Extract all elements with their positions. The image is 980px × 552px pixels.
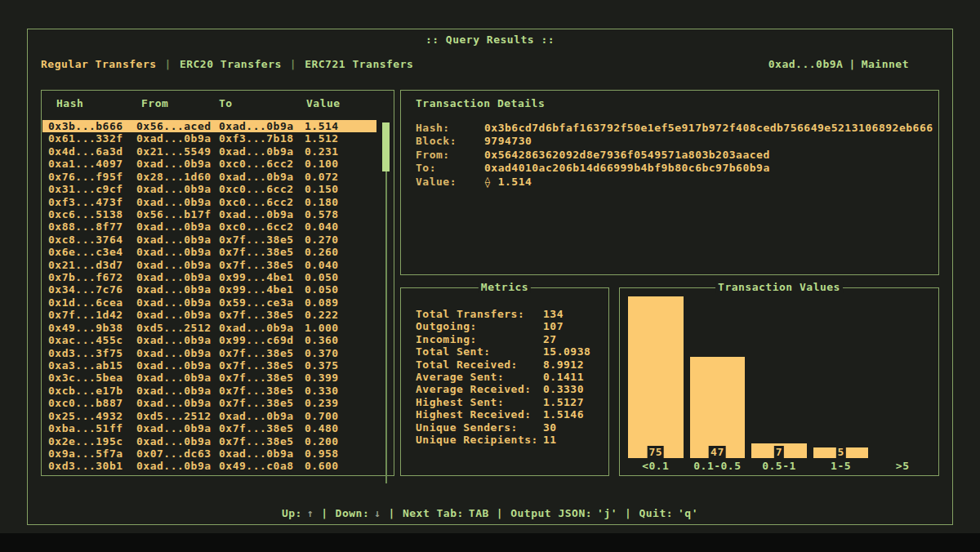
table-row[interactable]: 0x4d...6a3d0x21...55490xad...0b9a0.231 xyxy=(42,145,376,158)
metric-label: Average Sent: xyxy=(416,371,504,383)
tx-hash: 0x61...332f xyxy=(48,132,123,145)
table-row[interactable]: 0x76...f95f0x28...1d600xad...0b9a0.072 xyxy=(42,171,376,183)
app-title: :: Query Results :: xyxy=(27,33,953,46)
details-field-label: From: xyxy=(416,149,450,162)
details-field-value: 9794730 xyxy=(484,135,532,148)
table-row[interactable]: 0xa3...ab150xad...0b9a0x7f...38e50.375 xyxy=(42,359,376,372)
tx-from: 0xad...0b9a xyxy=(136,359,212,372)
tx-hash: 0xd3...3f75 xyxy=(48,347,123,359)
tx-from: 0xad...0b9a xyxy=(136,271,212,283)
table-row[interactable]: 0x88...8f770xad...0b9a0xc0...6cc20.040 xyxy=(42,220,376,233)
table-row[interactable]: 0x25...49320xd5...25120xad...0b9a0.700 xyxy=(42,410,376,422)
table-row[interactable]: 0x21...d3d70xad...0b9a0x7f...38e50.040 xyxy=(42,259,376,271)
table-row[interactable]: 0x6e...c3e40xad...0b9a0x7f...38e50.260 xyxy=(42,246,376,258)
help-key: ↑ xyxy=(307,507,314,519)
tx-to: 0x59...ce3a xyxy=(219,296,294,309)
table-row[interactable]: 0x7b...f6720xad...0b9a0x99...4be10.050 xyxy=(42,271,376,283)
table-row[interactable]: 0xcb...e17b0xad...0b9a0x7f...38e50.330 xyxy=(42,385,376,397)
tab-erc721-transfers[interactable]: ERC721 Transfers xyxy=(305,58,413,70)
scrollbar-track[interactable] xyxy=(385,122,387,483)
table-row[interactable]: 0x3b...b6660x56...aced0xad...0b9a1.514 xyxy=(42,120,376,132)
tx-from: 0xad...0b9a xyxy=(136,234,212,246)
chart-bar-column: 7 xyxy=(751,296,807,458)
table-row[interactable]: 0xa1...40970xad...0b9a0xc0...6cc20.100 xyxy=(42,158,376,170)
tx-hash: 0x88...8f77 xyxy=(48,220,123,233)
tx-hash: 0x7f...1d42 xyxy=(48,309,123,321)
chart-bar: 5 xyxy=(813,447,869,458)
metric-row: Unique Recipients:11 xyxy=(401,434,608,446)
chart-bar: 7 xyxy=(751,443,807,458)
tx-value: 0.375 xyxy=(305,359,339,372)
tx-value: 0.072 xyxy=(305,171,339,183)
tx-value: 0.089 xyxy=(305,296,339,309)
tx-to: 0xc0...6cc2 xyxy=(219,220,294,233)
chart-category-label: >5 xyxy=(875,460,930,472)
table-row[interactable]: 0x2e...195c0xad...0b9a0x7f...38e50.200 xyxy=(42,435,376,447)
tx-hash: 0xba...51ff xyxy=(48,422,123,434)
tx-hash: 0x1d...6cea xyxy=(48,296,123,309)
tx-from: 0x56...aced xyxy=(136,120,212,132)
tx-to: 0x7f...38e5 xyxy=(219,246,294,258)
metric-label: Highest Sent: xyxy=(416,396,504,408)
tx-to: 0xad...0b9a xyxy=(219,120,294,132)
tx-from: 0xad...0b9a xyxy=(136,334,212,346)
tx-from: 0x21...5549 xyxy=(136,145,212,158)
table-row[interactable]: 0x49...9b380xd5...25120xad...0b9a1.000 xyxy=(42,322,376,334)
table-row[interactable]: 0xd3...30b10xad...0b9a0x49...c0a80.600 xyxy=(42,460,376,472)
table-row[interactable]: 0x61...332f0xad...0b9a0xf3...7b181.512 xyxy=(42,132,376,145)
screen-bottom-strip xyxy=(0,533,980,552)
table-row[interactable]: 0x31...c9cf0xad...0b9a0xc0...6cc20.150 xyxy=(42,183,376,195)
metric-value: 107 xyxy=(543,320,564,332)
metric-label: Total Received: xyxy=(416,358,518,371)
table-row[interactable]: 0xac...455c0xad...0b9a0x99...c69d0.360 xyxy=(42,334,376,346)
tx-hash: 0xc0...b887 xyxy=(48,397,123,409)
table-row[interactable]: 0xc6...51380x56...b17f0xad...0b9a0.578 xyxy=(42,208,376,220)
tx-value: 0.040 xyxy=(305,259,339,271)
tx-hash: 0x49...9b38 xyxy=(48,322,123,334)
chart-bar-value: 5 xyxy=(835,446,845,458)
tx-value: 0.239 xyxy=(305,397,339,409)
tx-value: 0.330 xyxy=(305,385,339,397)
tx-from: 0xad...0b9a xyxy=(136,460,212,472)
tx-from: 0xad...0b9a xyxy=(136,347,212,359)
chart-bar-value: 7 xyxy=(774,446,784,458)
tx-hash: 0x31...c9cf xyxy=(48,183,123,195)
tx-value: 0.040 xyxy=(305,220,339,233)
details-field: Block:9794730 xyxy=(401,135,938,148)
metrics-panel: Metrics Total Transfers:134Outgoing:107I… xyxy=(400,287,609,476)
tab-erc20-transfers[interactable]: ERC20 Transfers xyxy=(180,58,282,70)
tx-value: 0.050 xyxy=(305,283,339,296)
transaction-values-chart: Transaction Values 754775 <0.10.1-0.50.5… xyxy=(619,287,939,476)
tx-hash: 0x9a...5f7a xyxy=(48,447,123,460)
chart-category-label: <0.1 xyxy=(628,460,684,472)
tx-value: 0.200 xyxy=(305,435,339,447)
tx-from: 0xd5...2512 xyxy=(136,410,212,422)
metric-value: 8.9912 xyxy=(543,358,584,371)
tx-value: 0.578 xyxy=(305,208,339,220)
table-row[interactable]: 0x3c...5bea0xad...0b9a0x7f...38e50.399 xyxy=(42,372,376,384)
details-field-label: Hash: xyxy=(416,122,450,135)
transaction-details-panel: Transaction Details Hash:0x3b6cd7d6bfaf1… xyxy=(400,90,939,275)
tx-value: 0.270 xyxy=(305,234,339,246)
table-row[interactable]: 0xc0...b8870xad...0b9a0x7f...38e50.239 xyxy=(42,397,376,409)
tab-regular-transfers[interactable]: Regular Transfers xyxy=(41,58,157,70)
tx-value: 0.600 xyxy=(305,460,339,472)
table-row[interactable]: 0xf3...473f0xad...0b9a0xc0...6cc20.180 xyxy=(42,196,376,208)
tx-hash: 0xf3...473f xyxy=(48,196,123,208)
help-key: 'j' xyxy=(597,507,617,519)
tx-value: 0.480 xyxy=(305,422,339,434)
table-row[interactable]: 0x7f...1d420xad...0b9a0x7f...38e50.222 xyxy=(42,309,376,321)
metric-value: 134 xyxy=(543,308,564,320)
table-row[interactable]: 0x1d...6cea0xad...0b9a0x59...ce3a0.089 xyxy=(42,296,376,309)
table-row[interactable]: 0x34...7c760xad...0b9a0x99...4be10.050 xyxy=(42,283,376,296)
scrollbar-thumb[interactable] xyxy=(382,122,390,171)
metric-label: Highest Received: xyxy=(416,408,532,421)
tx-value: 0.399 xyxy=(305,372,339,384)
table-row[interactable]: 0x9a...5f7a0x07...dc630xad...0b9a0.958 xyxy=(42,447,376,460)
table-row[interactable]: 0xba...51ff0xad...0b9a0x7f...38e50.480 xyxy=(42,422,376,434)
tx-value: 1.000 xyxy=(305,322,339,334)
details-field: From:0x564286362092d8e7936f0549571a803b2… xyxy=(401,149,938,162)
tx-to: 0x7f...38e5 xyxy=(219,385,294,397)
table-row[interactable]: 0xc8...37640xad...0b9a0x7f...38e50.270 xyxy=(42,234,376,246)
table-row[interactable]: 0xd3...3f750xad...0b9a0x7f...38e50.370 xyxy=(42,347,376,359)
